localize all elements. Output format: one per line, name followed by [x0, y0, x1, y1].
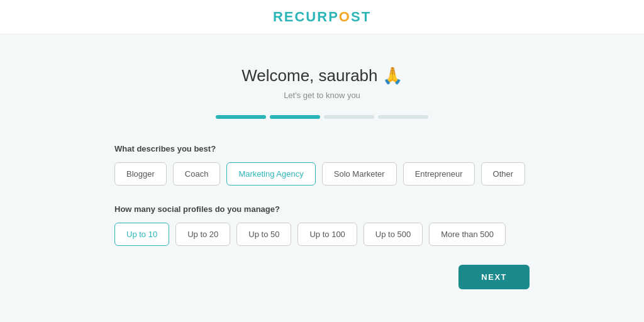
- logo-highlight: O: [339, 9, 351, 25]
- main-content: Welcome, saurabh 🙏 Let's get to know you…: [102, 35, 542, 314]
- progress-segment-4: [378, 115, 428, 119]
- section2-option-5[interactable]: More than 500: [429, 223, 506, 246]
- section2-option-1[interactable]: Up to 20: [175, 223, 230, 246]
- section-describe: What describes you best? BloggerCoachMar…: [114, 144, 530, 186]
- section2-option-3[interactable]: Up to 100: [297, 223, 357, 246]
- progress-segment-2: [270, 115, 320, 119]
- app-header: RECURPOST: [0, 0, 644, 35]
- section1-option-4[interactable]: Entrepreneur: [403, 162, 475, 186]
- progress-bar: [114, 115, 530, 119]
- section2-options: Up to 10Up to 20Up to 50Up to 100Up to 5…: [114, 223, 530, 246]
- section1-option-2[interactable]: Marketing Agency: [226, 162, 315, 186]
- section2-option-4[interactable]: Up to 500: [364, 223, 423, 246]
- progress-segment-1: [216, 115, 266, 119]
- actions-row: NEXT: [114, 265, 530, 289]
- app-logo: RECURPOST: [0, 9, 644, 25]
- section1-options: BloggerCoachMarketing AgencySolo Markete…: [114, 162, 530, 186]
- section2-label: How many social profiles do you manage?: [114, 204, 530, 214]
- section1-option-5[interactable]: Other: [481, 162, 526, 186]
- next-button[interactable]: NEXT: [458, 265, 530, 289]
- section1-option-0[interactable]: Blogger: [114, 162, 167, 186]
- subtitle: Let's get to know you: [114, 91, 530, 100]
- section-profiles: How many social profiles do you manage? …: [114, 204, 530, 246]
- welcome-title: Welcome, saurabh 🙏: [114, 66, 530, 86]
- section1-option-3[interactable]: Solo Marketer: [322, 162, 397, 186]
- section2-option-0[interactable]: Up to 10: [114, 223, 169, 246]
- section2-option-2[interactable]: Up to 50: [236, 223, 291, 246]
- section1-option-1[interactable]: Coach: [173, 162, 221, 186]
- section1-label: What describes you best?: [114, 144, 530, 153]
- progress-segment-3: [324, 115, 374, 119]
